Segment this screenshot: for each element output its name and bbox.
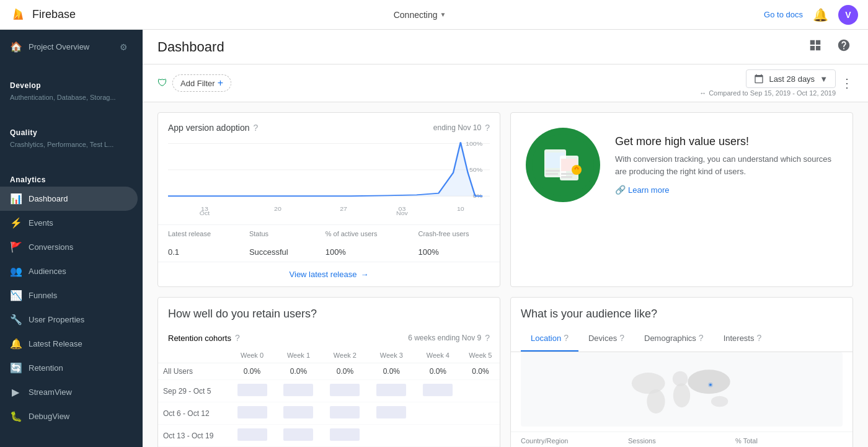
add-filter-button[interactable]: Add Filter + [172,74,231,92]
sidebar-item-audiences[interactable]: 👥 Audiences [0,259,138,283]
funnels-icon: 📉 [10,290,21,301]
debugview-icon: 🐛 [10,410,21,422]
retention-help-icon[interactable]: ? [235,333,240,343]
svg-text:50%: 50% [469,167,483,173]
location-help-icon[interactable]: ? [564,333,569,343]
develop-header: Develop [0,74,143,92]
promo-image [526,128,600,202]
learn-more-link[interactable]: 🔗 Learn more [615,185,838,195]
filter-bar: 🛡 Add Filter + Last 28 days ▼ [143,64,868,102]
demographics-help-icon[interactable]: ? [699,333,704,343]
sidebar-section-analytics: Analytics 📊 Dashboard ⚡ Events 🚩 Convers… [0,163,143,433]
user-avatar[interactable]: V [838,5,858,25]
col-active-pct: % of active users [316,225,409,243]
tab-demographics[interactable]: Demographics ? [634,325,714,352]
sidebar-section-extensions: 🔌 Extensions [0,438,143,447]
retention-table: Week 0 Week 1 Week 2 Week 3 Week 4 Week … [158,348,500,447]
topbar-actions [806,36,853,58]
world-map [521,352,843,427]
shield-icon: 🛡 [157,77,167,89]
go-to-docs-link[interactable]: Go to docs [764,10,803,19]
develop-sub: Authentication, Database, Storag... [0,92,143,106]
retention-cell [237,428,267,441]
svg-marker-13 [168,143,482,197]
page-title: Dashboard [157,39,224,55]
view-latest-release-link[interactable]: View latest release → [158,262,500,286]
sidebar-item-latest-release[interactable]: 🔔 Latest Release [0,332,138,356]
sidebar-item-dashboard[interactable]: 📊 Dashboard [0,187,138,211]
retention-cell [376,406,406,418]
sidebar-item-debugview[interactable]: 🐛 DebugView [0,404,138,428]
retention-icon: 🔄 [10,362,21,374]
dashboard-icon: 📊 [10,193,21,205]
col-week4: Week 4 [415,348,461,363]
app-version-card: App version adoption ? ending Nov 10 ? [157,112,500,287]
date-range-button[interactable]: Last 28 days ▼ [746,69,836,88]
retention-ending-help-icon[interactable]: ? [485,333,490,343]
quality-header: Quality [0,121,143,139]
audience-tabs: Location ? Devices ? Demographics ? In [511,325,852,352]
retention-section-title: How well do you retain users? [158,298,500,323]
app-name: Firebase [32,8,76,21]
secondary-topbar: Dashboard [143,30,868,64]
app-version-chart: 100% 50% 0% 13 Oct 20 27 03 Nov 10 [158,138,500,224]
sidebar-item-project-overview[interactable]: 🏠 Project Overview ⚙ [0,35,138,59]
sidebar-item-retention[interactable]: 🔄 Retention [0,356,138,380]
user-properties-icon: 🔧 [10,314,21,325]
events-icon: ⚡ [10,217,21,229]
retention-cell [330,428,360,441]
release-status: Successful [239,242,316,262]
retention-cell [330,384,360,396]
col-cohort-label [158,348,229,363]
sidebar-item-conversions[interactable]: 🚩 Conversions [0,235,138,259]
week5-val: 0.0% [461,363,500,380]
col-week3: Week 3 [368,348,415,363]
app-body: 🏠 Project Overview ⚙ Develop Authenticat… [0,30,868,447]
tab-devices[interactable]: Devices ? [578,325,634,352]
app-version-ending: ending Nov 10 ? [433,123,490,133]
sidebar-item-funnels[interactable]: 📉 Funnels [0,283,138,308]
sidebar-item-user-properties[interactable]: 🔧 User Properties [0,308,138,332]
ending-help-icon[interactable]: ? [485,123,490,133]
calendar-icon [754,74,764,84]
compare-arrow-icon: ↔ [699,89,706,97]
table-row: Sep 29 - Oct 5 [158,380,500,402]
table-row: Oct 6 - Oct 12 [158,402,500,425]
retention-cell [237,406,267,418]
cohort-label: Oct 13 - Oct 19 [158,425,229,447]
svg-text:20: 20 [274,206,281,212]
svg-text:100%: 100% [466,141,483,147]
top-content-grid: App version adoption ? ending Nov 10 ? [157,112,853,287]
sidebar-item-events[interactable]: ⚡ Events [0,211,138,235]
col-week0: Week 0 [229,348,275,363]
sidebar-item-extensions[interactable]: 🔌 Extensions [0,443,138,447]
retention-card: How well do you retain users? Retention … [157,297,500,447]
project-selector[interactable]: Connecting ▼ [394,10,446,20]
help-button[interactable] [835,36,853,58]
svg-text:Oct: Oct [200,210,210,216]
svg-point-28 [688,370,730,394]
table-row: All Users 0.0% 0.0% 0.0% 0.0% 0.0% 0.0% [158,363,500,380]
cohort-label: Oct 6 - Oct 12 [158,402,229,425]
svg-rect-22 [561,176,572,178]
main-content: Dashboard 🛡 Add Filter [143,30,868,447]
settings-icon[interactable]: ⚙ [120,42,128,52]
sidebar-item-streamview[interactable]: ▶ StreamView [0,380,138,404]
interests-help-icon[interactable]: ? [756,333,761,343]
chevron-down-icon: ▼ [440,11,446,18]
latest-release-icon: 🔔 [10,338,21,350]
more-options-button[interactable]: ⋮ [841,76,853,91]
tab-interests[interactable]: Interests ? [714,325,772,352]
app-version-help-icon[interactable]: ? [254,123,259,133]
dashboard-customize-button[interactable] [806,36,825,58]
bottom-content-grid: How well do you retain users? Retention … [157,297,853,447]
retention-ending: 6 weeks ending Nov 9 ? [408,333,490,343]
topbar-left: Firebase [10,6,76,24]
col-status: Status [239,225,316,243]
retention-cell [423,384,453,396]
devices-help-icon[interactable]: ? [619,333,624,343]
audience-table-header: Country/Region Sessions % Total [511,432,852,447]
release-version: 0.1 [158,242,239,262]
notification-bell-icon[interactable]: 🔔 [813,7,828,22]
tab-location[interactable]: Location ? [521,325,578,352]
